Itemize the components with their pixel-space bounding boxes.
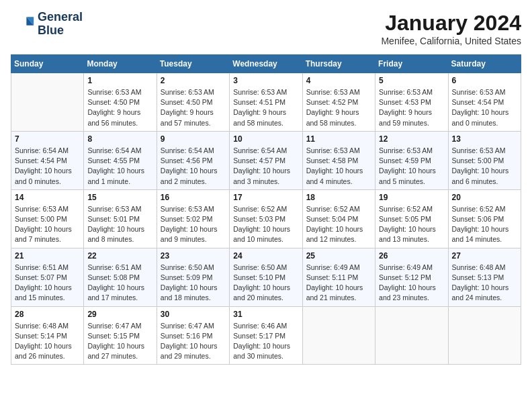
weekday-header-row: SundayMondayTuesdayWednesdayThursdayFrid…	[11, 55, 521, 73]
calendar-cell: 1Sunrise: 6:53 AMSunset: 4:50 PMDaylight…	[84, 73, 157, 132]
day-number: 18	[306, 193, 371, 202]
logo: General Blue	[11, 11, 83, 38]
day-info: Sunrise: 6:51 AMSunset: 5:08 PMDaylight:…	[87, 263, 152, 304]
day-info: Sunrise: 6:54 AMSunset: 4:56 PMDaylight:…	[161, 146, 226, 187]
calendar-cell: 4Sunrise: 6:53 AMSunset: 4:52 PMDaylight…	[302, 73, 375, 132]
calendar-cell: 3Sunrise: 6:53 AMSunset: 4:51 PMDaylight…	[230, 73, 302, 132]
day-info: Sunrise: 6:47 AMSunset: 5:16 PMDaylight:…	[161, 321, 226, 362]
day-number: 1	[87, 76, 152, 85]
day-info: Sunrise: 6:52 AMSunset: 5:06 PMDaylight:…	[452, 204, 517, 245]
day-number: 2	[161, 76, 226, 85]
calendar-cell: 19Sunrise: 6:52 AMSunset: 5:05 PMDayligh…	[375, 189, 448, 248]
day-info: Sunrise: 6:48 AMSunset: 5:14 PMDaylight:…	[15, 321, 80, 362]
day-number: 17	[233, 193, 298, 202]
day-info: Sunrise: 6:53 AMSunset: 5:00 PMDaylight:…	[452, 146, 517, 187]
calendar-cell: 30Sunrise: 6:47 AMSunset: 5:16 PMDayligh…	[157, 306, 229, 365]
month-title: January 2024	[381, 11, 521, 36]
day-info: Sunrise: 6:50 AMSunset: 5:09 PMDaylight:…	[161, 263, 226, 304]
day-number: 13	[452, 134, 517, 144]
calendar-cell: 11Sunrise: 6:53 AMSunset: 4:58 PMDayligh…	[302, 131, 375, 189]
calendar-table: SundayMondayTuesdayWednesdayThursdayFrid…	[11, 54, 521, 365]
day-info: Sunrise: 6:53 AMSunset: 5:00 PMDaylight:…	[15, 204, 80, 245]
day-info: Sunrise: 6:53 AMSunset: 4:59 PMDaylight:…	[379, 146, 444, 187]
calendar-cell: 24Sunrise: 6:50 AMSunset: 5:10 PMDayligh…	[230, 248, 302, 306]
day-info: Sunrise: 6:48 AMSunset: 5:13 PMDaylight:…	[452, 263, 517, 304]
logo-text: General Blue	[38, 11, 83, 38]
title-block: January 2024 Menifee, California, United…	[381, 11, 521, 46]
calendar-cell: 21Sunrise: 6:51 AMSunset: 5:07 PMDayligh…	[11, 248, 84, 306]
calendar-week-4: 21Sunrise: 6:51 AMSunset: 5:07 PMDayligh…	[11, 248, 521, 306]
day-number: 15	[87, 193, 152, 202]
day-number: 22	[87, 251, 152, 261]
calendar-cell	[302, 306, 375, 365]
calendar-cell: 27Sunrise: 6:48 AMSunset: 5:13 PMDayligh…	[448, 248, 521, 306]
day-number: 20	[452, 193, 517, 202]
calendar-cell: 12Sunrise: 6:53 AMSunset: 4:59 PMDayligh…	[375, 131, 448, 189]
day-number: 11	[306, 134, 371, 144]
calendar-cell: 8Sunrise: 6:54 AMSunset: 4:55 PMDaylight…	[84, 131, 157, 189]
day-number: 10	[233, 134, 298, 144]
weekday-header-monday: Monday	[84, 55, 157, 73]
day-info: Sunrise: 6:53 AMSunset: 4:53 PMDaylight:…	[379, 87, 444, 128]
calendar-cell: 20Sunrise: 6:52 AMSunset: 5:06 PMDayligh…	[448, 189, 521, 248]
day-number: 6	[452, 76, 517, 85]
day-number: 14	[15, 193, 80, 202]
weekday-header-friday: Friday	[375, 55, 448, 73]
calendar-cell: 13Sunrise: 6:53 AMSunset: 5:00 PMDayligh…	[448, 131, 521, 189]
calendar-cell: 9Sunrise: 6:54 AMSunset: 4:56 PMDaylight…	[157, 131, 229, 189]
calendar-week-5: 28Sunrise: 6:48 AMSunset: 5:14 PMDayligh…	[11, 306, 521, 365]
day-number: 8	[87, 134, 152, 144]
day-number: 31	[233, 310, 298, 319]
calendar-cell	[375, 306, 448, 365]
day-info: Sunrise: 6:49 AMSunset: 5:11 PMDaylight:…	[306, 263, 371, 304]
day-number: 5	[379, 76, 444, 85]
calendar-cell: 17Sunrise: 6:52 AMSunset: 5:03 PMDayligh…	[230, 189, 302, 248]
calendar-cell: 22Sunrise: 6:51 AMSunset: 5:08 PMDayligh…	[84, 248, 157, 306]
day-number: 12	[379, 134, 444, 144]
day-number: 30	[161, 310, 226, 319]
day-number: 21	[15, 251, 80, 261]
calendar-cell: 18Sunrise: 6:52 AMSunset: 5:04 PMDayligh…	[302, 189, 375, 248]
day-info: Sunrise: 6:54 AMSunset: 4:55 PMDaylight:…	[87, 146, 152, 187]
calendar-cell: 10Sunrise: 6:54 AMSunset: 4:57 PMDayligh…	[230, 131, 302, 189]
day-info: Sunrise: 6:53 AMSunset: 4:58 PMDaylight:…	[306, 146, 371, 187]
calendar-cell: 28Sunrise: 6:48 AMSunset: 5:14 PMDayligh…	[11, 306, 84, 365]
calendar-cell: 5Sunrise: 6:53 AMSunset: 4:53 PMDaylight…	[375, 73, 448, 132]
calendar-cell: 7Sunrise: 6:54 AMSunset: 4:54 PMDaylight…	[11, 131, 84, 189]
weekday-header-tuesday: Tuesday	[157, 55, 229, 73]
day-number: 19	[379, 193, 444, 202]
day-info: Sunrise: 6:53 AMSunset: 5:02 PMDaylight:…	[161, 204, 226, 245]
day-number: 28	[15, 310, 80, 319]
day-number: 3	[233, 76, 298, 85]
calendar-week-3: 14Sunrise: 6:53 AMSunset: 5:00 PMDayligh…	[11, 189, 521, 248]
day-number: 9	[161, 134, 226, 144]
calendar-cell	[11, 73, 84, 132]
day-number: 29	[87, 310, 152, 319]
day-info: Sunrise: 6:53 AMSunset: 4:52 PMDaylight:…	[306, 87, 371, 128]
day-info: Sunrise: 6:53 AMSunset: 4:51 PMDaylight:…	[233, 87, 298, 128]
calendar-week-2: 7Sunrise: 6:54 AMSunset: 4:54 PMDaylight…	[11, 131, 521, 189]
day-info: Sunrise: 6:54 AMSunset: 4:54 PMDaylight:…	[15, 146, 80, 187]
day-number: 7	[15, 134, 80, 144]
calendar-cell	[448, 306, 521, 365]
calendar-cell: 16Sunrise: 6:53 AMSunset: 5:02 PMDayligh…	[157, 189, 229, 248]
day-number: 4	[306, 76, 371, 85]
day-info: Sunrise: 6:52 AMSunset: 5:05 PMDaylight:…	[379, 204, 444, 245]
calendar-week-1: 1Sunrise: 6:53 AMSunset: 4:50 PMDaylight…	[11, 73, 521, 132]
day-number: 16	[161, 193, 226, 202]
day-info: Sunrise: 6:53 AMSunset: 4:50 PMDaylight:…	[161, 87, 226, 128]
day-info: Sunrise: 6:54 AMSunset: 4:57 PMDaylight:…	[233, 146, 298, 187]
calendar-cell: 15Sunrise: 6:53 AMSunset: 5:01 PMDayligh…	[84, 189, 157, 248]
calendar-cell: 25Sunrise: 6:49 AMSunset: 5:11 PMDayligh…	[302, 248, 375, 306]
day-info: Sunrise: 6:53 AMSunset: 4:50 PMDaylight:…	[87, 87, 152, 128]
weekday-header-saturday: Saturday	[448, 55, 521, 73]
day-info: Sunrise: 6:47 AMSunset: 5:15 PMDaylight:…	[87, 321, 152, 362]
day-info: Sunrise: 6:53 AMSunset: 5:01 PMDaylight:…	[87, 204, 152, 245]
day-info: Sunrise: 6:51 AMSunset: 5:07 PMDaylight:…	[15, 263, 80, 304]
day-info: Sunrise: 6:46 AMSunset: 5:17 PMDaylight:…	[233, 321, 298, 362]
calendar-cell: 14Sunrise: 6:53 AMSunset: 5:00 PMDayligh…	[11, 189, 84, 248]
day-number: 23	[161, 251, 226, 261]
calendar-cell: 31Sunrise: 6:46 AMSunset: 5:17 PMDayligh…	[230, 306, 302, 365]
day-info: Sunrise: 6:52 AMSunset: 5:04 PMDaylight:…	[306, 204, 371, 245]
calendar-cell: 29Sunrise: 6:47 AMSunset: 5:15 PMDayligh…	[84, 306, 157, 365]
